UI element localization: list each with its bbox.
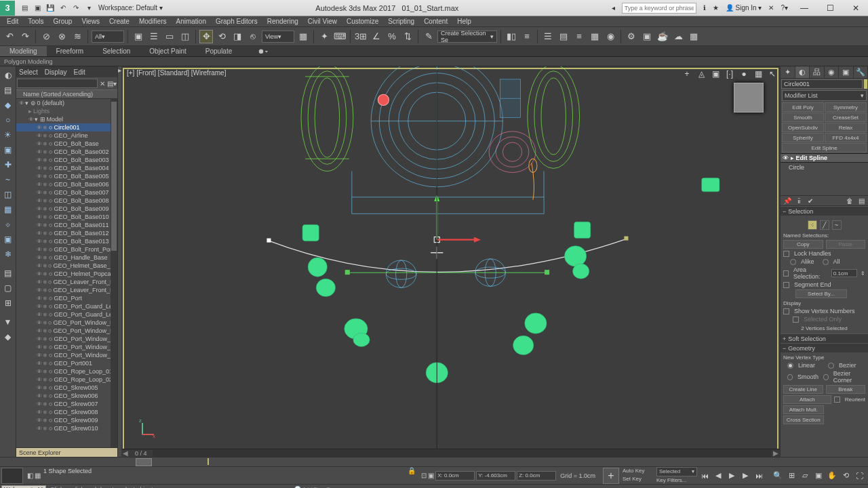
trackbar-thumb[interactable]: [1, 468, 23, 484]
mirror-button[interactable]: ▮▯: [505, 30, 518, 43]
rollout-selection[interactable]: −Selection: [781, 206, 868, 216]
minimize-button[interactable]: —: [795, 2, 814, 14]
se-scrollbar[interactable]: [111, 99, 117, 447]
vp-zoom-all-icon[interactable]: ⊞: [785, 470, 797, 482]
undo-icon[interactable]: ↶: [58, 3, 68, 14]
layer-explorer-button[interactable]: ☰: [541, 30, 555, 43]
se-item[interactable]: 👁❄○ GEO_Port_Guard_Left: [16, 302, 117, 310]
redo-button[interactable]: ↷: [18, 30, 32, 43]
se-item[interactable]: 👁❄○ Circle001: [16, 123, 117, 131]
se-item[interactable]: 👁❄○ GEO_Port_Guard_Left: [16, 310, 117, 319]
render-iter-button[interactable]: ▦: [687, 30, 701, 43]
mod-ffd[interactable]: FFD 4x4x4: [825, 133, 867, 142]
unlink-button[interactable]: ⊗: [55, 30, 68, 43]
configure-icon[interactable]: ▤: [856, 197, 866, 205]
se-item[interactable]: 👁❄○ GEO_Bolt_Base009: [16, 205, 117, 213]
coord-y[interactable]: Y: -4.603cm: [476, 471, 515, 481]
se-root[interactable]: 👁▾ ⊚ 0 (default): [16, 99, 117, 107]
se-filter-icon[interactable]: ▼: [1, 315, 15, 329]
pivot-button[interactable]: ▦: [296, 30, 310, 43]
mod-opensubdiv[interactable]: OpenSubdiv: [782, 123, 824, 132]
se-item[interactable]: 👁❄○ GEO_Bolt_Base008: [16, 197, 117, 205]
se-item[interactable]: 👁❄○ GEO_Port_Window_Le: [16, 343, 117, 351]
se-item[interactable]: 👁❄○ GEO_Port: [16, 294, 117, 302]
se-item[interactable]: 👁❄○ GEO_Bolt_Base006: [16, 180, 117, 188]
se-item[interactable]: 👁❄○ GEO_Skrew005: [16, 384, 117, 392]
star-icon[interactable]: ★: [713, 4, 719, 12]
time-slider-handle[interactable]: [136, 458, 152, 466]
vp-edge-icon[interactable]: ▣: [709, 68, 722, 80]
se-geom-icon[interactable]: ◆: [1, 98, 15, 112]
render-prod-button[interactable]: ☕: [656, 30, 669, 43]
se-view-icon[interactable]: ▤▾: [107, 80, 117, 87]
rotate-button[interactable]: ⟲: [215, 30, 229, 43]
vp-zoom-icon[interactable]: 🔍: [772, 470, 784, 482]
vp-circle-icon[interactable]: ●: [738, 68, 750, 80]
se-item[interactable]: 👁❄○ GEO_Handle_Base: [16, 253, 117, 262]
menu-civil-view[interactable]: Civil View: [304, 18, 341, 25]
se-item[interactable]: 👁❄○ GEO_Leaver_Front_Po: [16, 278, 117, 286]
se-item[interactable]: 👁❄○ GEO_Port_Window_Ba: [16, 319, 117, 327]
menu-graph-editors[interactable]: Graph Editors: [212, 18, 262, 25]
se-tab-select[interactable]: Select: [19, 68, 38, 76]
se-item[interactable]: 👁❄○ GEO_Port_Window_Ba: [16, 327, 117, 335]
se-item[interactable]: 👁❄○ GEO_Bolt_Front_Port: [16, 245, 117, 253]
smooth-radio[interactable]: [787, 374, 793, 380]
se-invert-icon[interactable]: ⊞: [1, 296, 15, 310]
object-color-swatch[interactable]: [864, 79, 867, 89]
se-none-icon[interactable]: ▢: [1, 281, 15, 295]
coord-x[interactable]: X: 0.0cm: [435, 471, 475, 481]
placement-button[interactable]: ⎋: [246, 30, 260, 43]
render-setup-button[interactable]: ⚙: [625, 30, 638, 43]
info-arrow-icon[interactable]: ◂: [612, 4, 615, 12]
create-line-button[interactable]: Create Line: [783, 385, 823, 394]
maxscript-mini[interactable]: Welcome to M: [1, 485, 46, 489]
attach-mult-button[interactable]: Attach Mult.: [783, 405, 824, 414]
se-helpers-icon[interactable]: ✚: [1, 158, 15, 171]
info-center-icon[interactable]: ℹ: [703, 4, 706, 12]
se-item[interactable]: 👁❄○ GEO_Port001: [16, 359, 117, 367]
pin-icon[interactable]: 📌: [783, 197, 792, 205]
open-icon[interactable]: ▣: [32, 3, 43, 14]
paste-button[interactable]: Paste: [826, 240, 866, 249]
se-item[interactable]: 👁❄○ GEO_Skrew010: [16, 424, 117, 432]
break-button[interactable]: Break: [826, 385, 866, 394]
se-item[interactable]: 👁❄○ GEO_Bolt_Base: [16, 140, 117, 148]
trackbar-key-icon[interactable]: ◧: [27, 472, 33, 479]
rollout-geometry[interactable]: −Geometry: [781, 343, 868, 352]
mod-spherify[interactable]: Spherify: [782, 133, 824, 142]
help-arrow-icon[interactable]: ?▾: [781, 4, 788, 12]
pager-next[interactable]: ▶: [772, 449, 780, 457]
angle-snap-button[interactable]: ∠: [370, 30, 383, 43]
se-item[interactable]: 👁❄○ GEO_Port_Window_Fr: [16, 335, 117, 343]
ribbon-modeling[interactable]: Modeling: [0, 46, 47, 56]
curve-editor-button[interactable]: ≡: [572, 30, 586, 43]
se-display-icon[interactable]: ◐: [1, 68, 15, 82]
stack-active[interactable]: 👁 ▸ Edit Spline: [781, 153, 868, 163]
manip-button[interactable]: ✦: [317, 30, 331, 43]
help-search-input[interactable]: [622, 3, 696, 14]
se-column-header[interactable]: Name (Sorted Ascending): [16, 89, 117, 99]
all-radio[interactable]: [823, 259, 829, 265]
se-group[interactable]: 👁▾ ⊞ Model: [16, 115, 117, 123]
se-item[interactable]: 👁❄○ GEO_Helmet_Base_Lin: [16, 262, 117, 270]
area-sel-spinner[interactable]: 0.1cm: [831, 269, 857, 277]
menu-edit[interactable]: Edit: [3, 18, 22, 25]
close-button[interactable]: ✕: [846, 2, 865, 14]
mod-smooth[interactable]: Smooth: [782, 113, 824, 122]
edit-sel-set-button[interactable]: ✎: [422, 30, 435, 43]
area-sel-check[interactable]: [783, 270, 789, 277]
cmd-hierarchy-icon[interactable]: 品: [810, 66, 825, 78]
se-item[interactable]: 👁❄○ GEO_Bolt_Base004: [16, 164, 117, 172]
make-unique-icon[interactable]: ✔: [806, 197, 815, 205]
stack-base[interactable]: Circle: [781, 163, 868, 195]
se-tab-edit[interactable]: Edit: [74, 68, 85, 76]
keymode-button[interactable]: ⌨: [333, 30, 347, 43]
vp-fov-icon[interactable]: ▱: [799, 470, 811, 482]
pager-prev[interactable]: ◀: [121, 449, 130, 457]
subobj-segment-icon[interactable]: ╱: [820, 220, 829, 230]
se-frozen-icon[interactable]: ❄: [1, 247, 15, 261]
viewport-label[interactable]: [+] [Front] [Standard] [Wireframe]: [127, 69, 226, 77]
menu-tools[interactable]: Tools: [24, 18, 47, 25]
set-key-big-button[interactable]: +: [603, 468, 619, 484]
